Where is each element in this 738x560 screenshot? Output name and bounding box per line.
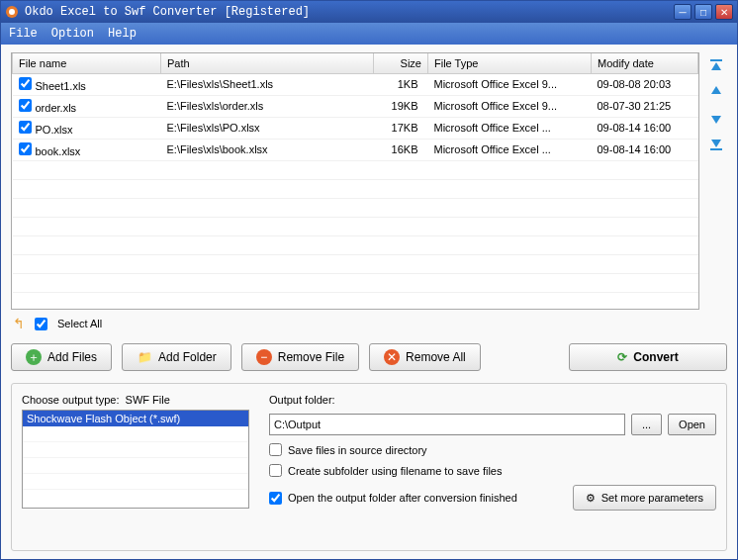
subfolder-checkbox[interactable] <box>269 464 282 477</box>
browse-button[interactable]: ... <box>631 414 662 435</box>
save-source-checkbox[interactable] <box>269 443 282 456</box>
output-folder-input[interactable] <box>269 414 625 435</box>
open-folder-button[interactable]: Open <box>668 414 716 435</box>
convert-button[interactable]: ⟳ Convert <box>569 343 727 371</box>
svg-rect-2 <box>710 59 722 61</box>
maximize-button[interactable]: □ <box>694 4 712 20</box>
convert-icon: ⟳ <box>617 350 627 364</box>
type-option-swf[interactable]: Shockwave Flash Object (*.swf) <box>23 411 248 426</box>
set-more-parameters-button[interactable]: ⚙ Set more parameters <box>573 485 716 511</box>
row-checkbox[interactable] <box>19 142 32 155</box>
table-row[interactable]: book.xlsxE:\Files\xls\book.xlsx16KBMicro… <box>13 139 698 160</box>
close-button[interactable]: ✕ <box>715 4 733 20</box>
folder-icon: 📁 <box>137 349 152 365</box>
move-bottom-button[interactable] <box>705 134 727 153</box>
table-row[interactable]: order.xlsE:\Files\xls\order.xls19KBMicro… <box>13 95 698 117</box>
minus-icon: − <box>256 349 272 365</box>
move-down-button[interactable] <box>705 108 727 128</box>
svg-point-1 <box>9 9 15 15</box>
menu-help[interactable]: Help <box>108 27 137 41</box>
output-type-label: Choose output type: SWF File <box>22 394 249 406</box>
select-all-checkbox[interactable] <box>35 318 47 330</box>
app-icon <box>5 5 19 19</box>
row-checkbox[interactable] <box>19 77 32 90</box>
row-checkbox[interactable] <box>19 121 32 134</box>
menubar: File Option Help <box>1 23 737 45</box>
output-folder-label: Output folder: <box>269 394 716 406</box>
col-size[interactable]: Size <box>374 53 428 73</box>
add-folder-button[interactable]: 📁 Add Folder <box>122 343 231 371</box>
remove-all-button[interactable]: ✕ Remove All <box>369 343 481 371</box>
minimize-button[interactable]: ─ <box>674 4 692 20</box>
x-icon: ✕ <box>384 349 400 365</box>
col-filetype[interactable]: File Type <box>428 53 592 73</box>
titlebar: Okdo Excel to Swf Converter [Registered]… <box>1 1 737 23</box>
file-table: File name Path Size File Type Modify dat… <box>11 52 699 310</box>
parent-folder-icon[interactable]: ↰ <box>13 316 25 331</box>
col-date[interactable]: Modify date <box>592 53 698 73</box>
plus-icon: ＋ <box>26 349 42 365</box>
select-all-label: Select All <box>57 318 102 329</box>
move-top-button[interactable] <box>705 56 727 76</box>
col-path[interactable]: Path <box>161 53 374 73</box>
open-after-checkbox[interactable] <box>269 492 282 505</box>
svg-rect-3 <box>710 148 722 150</box>
add-files-button[interactable]: ＋ Add Files <box>11 343 112 371</box>
menu-option[interactable]: Option <box>51 27 94 41</box>
table-row[interactable]: PO.xlsxE:\Files\xls\PO.xlsx17KBMicrosoft… <box>13 117 698 139</box>
row-checkbox[interactable] <box>19 99 32 112</box>
output-type-list[interactable]: Shockwave Flash Object (*.swf) <box>22 410 249 509</box>
col-filename[interactable]: File name <box>13 53 161 73</box>
remove-file-button[interactable]: − Remove File <box>241 343 359 371</box>
menu-file[interactable]: File <box>9 27 38 41</box>
move-up-button[interactable] <box>705 82 727 102</box>
gear-icon: ⚙ <box>586 492 596 505</box>
table-row[interactable]: Sheet1.xlsE:\Files\xls\Sheet1.xls1KBMicr… <box>13 73 698 95</box>
window-title: Okdo Excel to Swf Converter [Registered] <box>25 5 674 19</box>
